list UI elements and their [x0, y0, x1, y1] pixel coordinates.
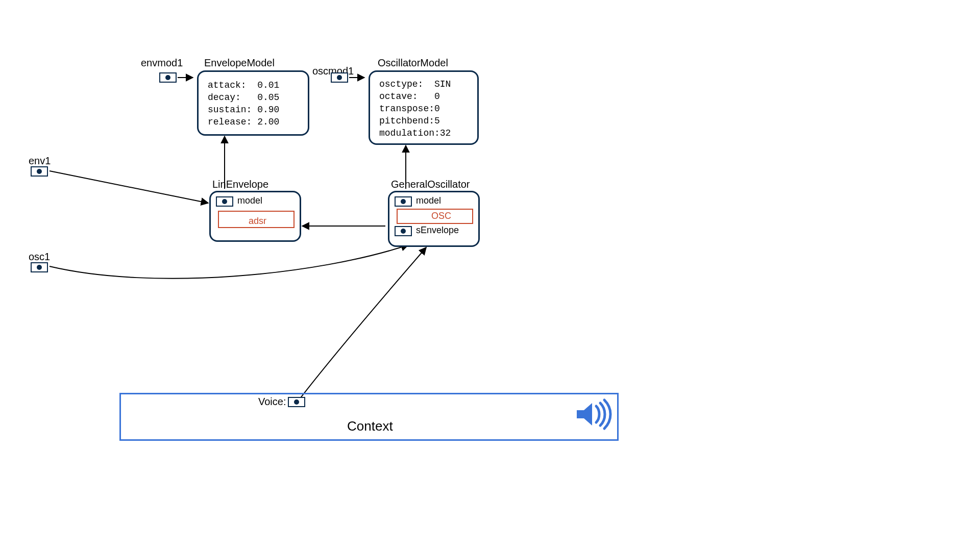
general-oscillator-node[interactable]: model OSC sEnvelope [388, 191, 480, 247]
envelope-model-title: EnvelopeModel [204, 57, 275, 69]
general-oscillator-model-port-label: model [416, 195, 441, 206]
oscillator-model-line-2: transpose:0 [379, 103, 440, 115]
voice-port[interactable] [288, 397, 305, 407]
envelope-model-line-3: release: 2.00 [208, 116, 279, 128]
osc1-label: osc1 [29, 251, 50, 263]
lin-envelope-model-port-label: model [237, 195, 262, 206]
env1-port[interactable] [31, 166, 48, 177]
lin-envelope-wave-label: adsr [249, 216, 266, 227]
envmod1-port[interactable] [159, 72, 177, 83]
oscillator-model-title: OscillatorModel [378, 57, 448, 69]
context-title: Context [347, 418, 393, 434]
voice-label: Voice: [258, 396, 286, 408]
osc1-port[interactable] [31, 262, 48, 272]
oscillator-model-line-3: pitchbend:5 [379, 115, 440, 127]
general-oscillator-senvelope-port[interactable] [395, 226, 412, 236]
general-oscillator-title: GeneralOscillator [391, 179, 470, 190]
envmod1-label: envmod1 [141, 57, 183, 69]
svg-line-4 [50, 171, 208, 203]
oscillator-model-line-0: osctype: SIN [379, 78, 451, 90]
general-oscillator-model-port[interactable] [395, 196, 412, 207]
oscillator-model-line-1: octave: 0 [379, 90, 440, 103]
lin-envelope-node[interactable]: model adsr [209, 191, 301, 242]
speaker-icon [576, 401, 611, 429]
envelope-model-node[interactable]: attack: 0.01 decay: 0.05 sustain: 0.90 r… [197, 70, 309, 136]
oscillator-model-node[interactable]: osctype: SIN octave: 0 transpose:0 pitch… [369, 70, 479, 145]
general-oscillator-wave-label: OSC [431, 211, 451, 221]
oscillator-model-line-4: modulation:32 [379, 127, 451, 139]
lin-envelope-title: LinEnvelope [212, 179, 268, 190]
envelope-model-line-0: attack: 0.01 [208, 79, 279, 91]
diagram-canvas: envmod1 EnvelopeModel attack: 0.01 decay… [0, 0, 980, 551]
lin-envelope-model-port[interactable] [216, 196, 233, 207]
envelope-model-line-1: decay: 0.05 [208, 91, 279, 104]
general-oscillator-senvelope-port-label: sEnvelope [416, 225, 459, 236]
oscmod1-port[interactable] [331, 72, 348, 83]
envelope-model-line-2: sustain: 0.90 [208, 104, 279, 116]
connection-layer [0, 0, 980, 551]
env1-label: env1 [29, 155, 51, 167]
